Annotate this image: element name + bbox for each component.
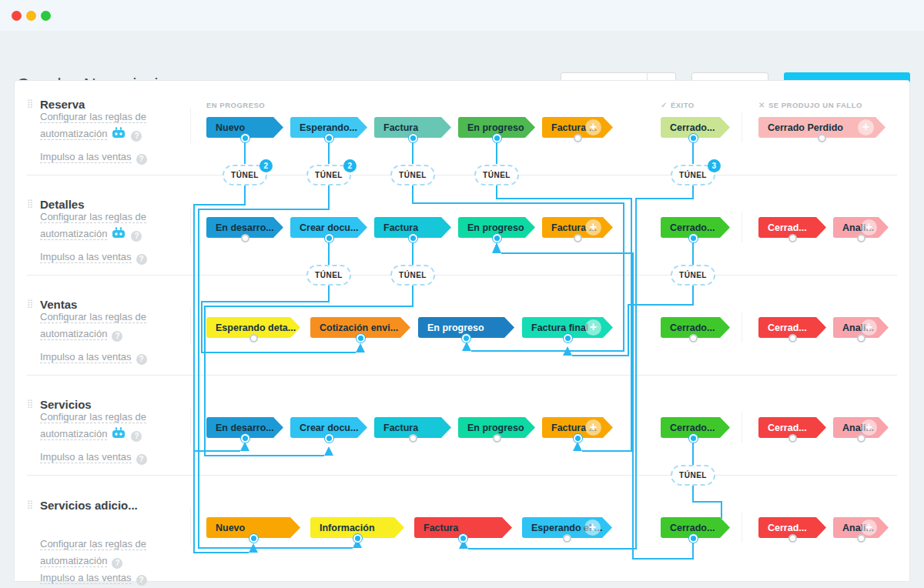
add-stage-icon[interactable]: + [861,419,877,436]
help-icon[interactable]: ? [112,331,122,342]
stage-label: Factura [424,523,458,533]
stage-chip[interactable]: En progreso [418,317,514,338]
add-stage-icon[interactable]: + [861,520,877,536]
help-icon[interactable]: ? [136,575,147,586]
success-stage-chip[interactable]: Cerrado... [661,317,730,338]
stage-chip[interactable]: Factura [374,417,451,438]
automation-settings-link[interactable]: Configurar las reglas de automatización [40,111,146,140]
tunnel-badge[interactable]: TÚNEL [671,465,715,486]
drag-handle-icon[interactable]: ⣿ [27,299,33,309]
sales-boost-link[interactable]: Impulso a las ventas [40,451,132,463]
stage-chip[interactable]: En progreso [458,117,535,138]
stage-chip[interactable]: Factura ...+ [542,117,613,138]
fail-stage-chip[interactable]: Cerrad... [758,517,826,538]
sales-boost-link[interactable]: Impulso a las ventas [40,572,132,584]
stage-chip[interactable]: Factura [374,217,451,238]
sales-boost-link[interactable]: Impulso a las ventas [40,351,132,363]
automation-link-wrap: Configurar las reglas de automatización? [40,209,172,242]
drag-handle-icon[interactable]: ⣿ [27,399,33,409]
sales-boost-link-wrap: Impulso a las ventas? [40,570,172,586]
automation-link-wrap: Configurar las reglas de automatización? [40,309,172,342]
tunnel-badge[interactable]: TÚNEL [306,265,351,286]
add-stage-icon[interactable]: + [585,219,601,236]
fail-stage-chip[interactable]: Cerrad... [758,417,826,438]
stage-label: En progreso [467,423,524,433]
stage-chip[interactable]: En desarro... [206,417,283,438]
stage-chip[interactable]: Factura ...+ [542,417,613,438]
tunnel-label: TÚNEL [399,271,427,279]
column-header-success: ✓ÉXITO [661,101,695,109]
add-stage-icon[interactable]: + [584,520,601,536]
stage-chip[interactable]: Factura [414,517,512,538]
fail-stage-chip[interactable]: Cerrad... [758,217,826,238]
sales-boost-link[interactable]: Impulso a las ventas [40,151,132,163]
stage-chip[interactable]: Nuevo [206,517,300,538]
stage-chip[interactable]: Información [310,517,404,538]
drag-handle-icon[interactable]: ⣿ [27,199,33,209]
stage-chip[interactable]: Nuevo [206,117,283,138]
pipeline-rows: EN PROGRESO✓ÉXITO✕SE PRODUJO UN FALLO⣿Re… [0,0,924,588]
help-icon[interactable]: ? [136,154,147,165]
stage-label: Cerrado... [670,122,715,133]
add-stage-icon[interactable]: + [585,419,601,436]
add-stage-icon[interactable]: + [861,319,877,336]
help-icon[interactable]: ? [112,558,122,569]
stage-chip[interactable]: Factura [374,117,451,138]
stage-chip[interactable]: Factura ...+ [542,217,613,238]
stage-chip[interactable]: Esperando el ...+ [522,517,612,538]
stage-label: Factura [383,122,418,133]
add-stage-icon[interactable]: + [858,119,874,135]
stage-chip[interactable]: Esperando... [290,117,367,138]
fail-stage-chip[interactable]: Cerrad... [758,317,826,338]
stage-chip[interactable]: Cotización envi... [310,317,410,338]
success-stage-chip[interactable]: Cerrado... [661,517,730,538]
stage-label: Factura [383,423,418,433]
stage-chip[interactable]: Factura final+ [522,317,613,338]
automation-settings-link[interactable]: Configurar las reglas de automatización [40,311,146,340]
sales-boost-link[interactable]: Impulso a las ventas [40,251,132,263]
automation-settings-link[interactable]: Configurar las reglas de automatización [40,538,146,567]
help-icon[interactable]: ? [131,431,142,442]
stage-chip[interactable]: En progreso [458,417,535,438]
success-stage-chip[interactable]: Cerrado... [661,417,730,438]
fail-stage-chip[interactable]: Anali...+ [833,417,889,438]
help-icon[interactable]: ? [136,454,147,465]
sales-boost-link-wrap: Impulso a las ventas? [40,349,172,366]
column-header-success-glyph: ✓ [661,101,668,109]
help-icon[interactable]: ? [136,354,147,365]
add-stage-icon[interactable]: + [585,319,601,336]
tunnel-badge[interactable]: TÚNEL [390,165,435,185]
stage-chip[interactable]: Crear docu... [290,417,367,438]
success-stage-chip[interactable]: Cerrado... [661,117,730,138]
help-icon[interactable]: ? [136,254,147,265]
stage-label: Nuevo [216,122,245,133]
add-stage-icon[interactable]: + [861,219,877,236]
stage-label: Cerrad... [768,423,807,433]
stage-label: Cerrad... [768,222,807,233]
fail-stage-chip[interactable]: Anali...+ [833,217,889,238]
column-header-in-progress: EN PROGRESO [206,101,265,109]
automation-settings-link[interactable]: Configurar las reglas de automatización [40,411,146,440]
tunnel-badge[interactable]: TÚNEL [390,265,435,286]
tunnel-badge[interactable]: TÚNEL2 [306,165,351,185]
fail-stage-chip[interactable]: Anali...+ [833,317,889,338]
tunnel-badge[interactable]: TÚNEL3 [671,165,715,185]
fail-stage-chip[interactable]: Anali...+ [833,517,889,538]
fail-stage-chip[interactable]: Cerrado Perdido+ [758,117,886,138]
tunnel-badge[interactable]: TÚNEL2 [223,165,267,185]
stage-label: Cerrado... [670,222,715,233]
stage-chip[interactable]: En progreso [458,217,535,238]
drag-handle-icon[interactable]: ⣿ [27,499,33,509]
stage-chip[interactable]: Esperando deta... [206,317,300,338]
tunnel-badge[interactable]: TÚNEL [474,165,519,185]
tunnel-label: TÚNEL [679,171,707,179]
stage-chip[interactable]: En desarro... [206,217,283,238]
drag-handle-icon[interactable]: ⣿ [27,99,33,109]
success-stage-chip[interactable]: Cerrado... [661,217,730,238]
stage-chip[interactable]: Crear docu... [290,217,367,238]
add-stage-icon[interactable]: + [585,119,601,135]
automation-settings-link[interactable]: Configurar las reglas de automatización [40,211,146,240]
help-icon[interactable]: ? [131,131,142,142]
tunnel-badge[interactable]: TÚNEL [671,265,715,286]
help-icon[interactable]: ? [131,231,142,242]
